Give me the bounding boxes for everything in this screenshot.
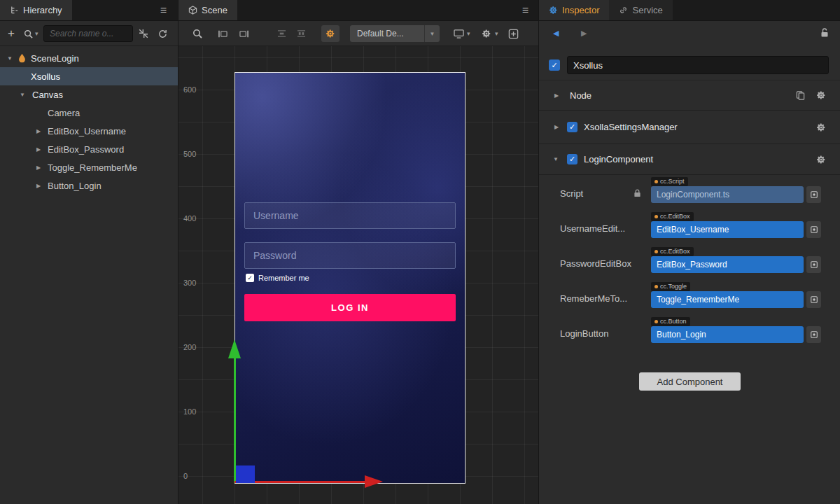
resolution-dropdown-value: Default De...: [350, 29, 424, 38]
expand-arrow-icon[interactable]: [554, 92, 559, 99]
history-forward-icon[interactable]: [581, 21, 587, 45]
gizmo-origin-handle[interactable]: [236, 465, 255, 483]
scene-settings-caret-icon[interactable]: [495, 21, 498, 46]
gizmo-y-axis[interactable]: [234, 358, 236, 483]
locate-node-button[interactable]: [806, 221, 821, 238]
ruler-label: 400: [183, 214, 196, 223]
node-name-input[interactable]: [567, 56, 829, 74]
inspector-nav-row: [539, 21, 840, 45]
badge-dot-icon: [654, 180, 658, 183]
component-name-label: XsollaSettingsManager: [584, 122, 678, 132]
node-active-checkbox[interactable]: [549, 59, 560, 71]
inspector-panel: Inspector Service Node: [539, 0, 840, 504]
zoom-tool-icon[interactable]: [192, 21, 202, 46]
hierarchy-toolbar: [0, 21, 178, 46]
locate-node-button[interactable]: [806, 326, 821, 343]
layout-grid-icon[interactable]: [508, 21, 519, 46]
component-enabled-checkbox[interactable]: [567, 154, 578, 164]
gizmo-settings-button[interactable]: [321, 25, 340, 42]
tree-node-label: Camera: [48, 108, 80, 118]
tab-service[interactable]: Service: [609, 0, 672, 20]
tab-scene[interactable]: Scene: [178, 0, 237, 20]
tree-node-editbox-username[interactable]: EditBox_Username: [0, 122, 178, 140]
node-section-header[interactable]: Node: [539, 80, 840, 111]
expand-arrow-icon[interactable]: [554, 124, 559, 130]
scene-menu-icon[interactable]: [522, 0, 528, 21]
scene-viewport[interactable]: 600 500 400 300 200 100 0 Username Passw…: [178, 46, 538, 504]
service-tab-label: Service: [632, 5, 662, 15]
tree-node-button-login[interactable]: Button_Login: [0, 176, 178, 195]
tree-node-label: SceneLogin: [31, 53, 79, 64]
property-label: PasswordEditBox: [560, 258, 644, 269]
resolution-dropdown[interactable]: Default De...: [350, 25, 440, 42]
unlock-icon[interactable]: [820, 21, 829, 45]
align-left-icon[interactable]: [218, 21, 228, 46]
expand-arrow-icon[interactable]: [20, 92, 25, 98]
collapse-all-icon[interactable]: [139, 21, 148, 46]
badge-dot-icon: [654, 250, 658, 253]
collapse-arrow-icon[interactable]: [553, 156, 559, 162]
node-copy-icon[interactable]: [796, 91, 805, 100]
component-header-logincomponent[interactable]: LoginComponent: [539, 144, 840, 175]
node-reference-field[interactable]: Button_Login: [651, 326, 804, 343]
hierarchy-menu-icon[interactable]: [160, 0, 167, 21]
component-settings-gear-icon[interactable]: [816, 122, 826, 132]
search-icon[interactable]: [24, 21, 33, 46]
preview-remember-me-toggle[interactable]: Remember me: [246, 274, 309, 282]
align-right-icon[interactable]: [239, 21, 249, 46]
create-node-button[interactable]: [6, 21, 17, 46]
expand-arrow-icon[interactable]: [36, 183, 41, 189]
node-settings-gear-icon[interactable]: [816, 90, 826, 100]
lock-icon: [634, 189, 641, 197]
node-reference-field[interactable]: EditBox_Username: [651, 221, 804, 238]
locate-node-button[interactable]: [806, 256, 821, 273]
search-filter-caret-icon[interactable]: [35, 21, 38, 46]
dropdown-caret-icon: [430, 31, 435, 37]
hierarchy-search-input[interactable]: [43, 25, 133, 42]
property-label: RemeberMeTo...: [560, 293, 644, 304]
tree-node-xsollus[interactable]: Xsollus: [0, 67, 178, 85]
distribute-horizontal-icon[interactable]: [276, 21, 287, 46]
node-reference-field[interactable]: EditBox_Password: [651, 256, 804, 273]
gizmo-x-axis-arrow[interactable]: [365, 475, 383, 488]
tree-node-canvas[interactable]: Canvas: [0, 85, 178, 104]
expand-arrow-icon[interactable]: [7, 55, 13, 62]
inspector-tab-label: Inspector: [562, 5, 599, 15]
component-type-badge: cc.Script: [651, 177, 688, 186]
script-reference-field[interactable]: LoginComponent.ts: [651, 186, 804, 203]
component-settings-gear-icon[interactable]: [816, 155, 826, 164]
expand-arrow-icon[interactable]: [36, 164, 41, 171]
tree-node-scene[interactable]: SceneLogin: [0, 49, 178, 67]
tree-node-camera[interactable]: Camera: [0, 104, 178, 122]
node-reference-field[interactable]: Toggle_RememberMe: [651, 291, 804, 308]
tree-node-toggle-rememberme[interactable]: Toggle_RememberMe: [0, 158, 178, 176]
preview-password-editbox[interactable]: Password: [244, 242, 456, 269]
preview-username-editbox[interactable]: Username: [244, 202, 456, 229]
property-label: Script: [560, 188, 644, 199]
ruler-label: 500: [183, 150, 196, 158]
expand-arrow-icon[interactable]: [36, 128, 41, 134]
locate-node-button[interactable]: [806, 291, 821, 308]
view-mode-caret-icon[interactable]: [467, 21, 470, 46]
tab-hierarchy[interactable]: Hierarchy: [0, 0, 72, 20]
gizmo-y-axis-arrow[interactable]: [228, 340, 241, 358]
scene-settings-gear-icon[interactable]: [482, 21, 491, 46]
preview-login-button[interactable]: LOG IN: [244, 294, 456, 321]
expand-arrow-icon[interactable]: [36, 146, 41, 153]
hierarchy-tree-icon: [10, 6, 19, 15]
ruler-label: 600: [183, 85, 196, 94]
view-mode-icon[interactable]: [454, 21, 464, 46]
distribute-vertical-icon[interactable]: [296, 21, 307, 46]
refresh-icon[interactable]: [158, 21, 167, 46]
component-header-xsollasettingsmanager[interactable]: XsollaSettingsManager: [539, 111, 840, 144]
game-preview-frame[interactable]: Username Password Remember me LOG IN: [234, 72, 465, 484]
ruler-label: 100: [183, 407, 196, 416]
tree-node-editbox-password[interactable]: EditBox_Password: [0, 140, 178, 158]
badge-dot-icon: [654, 320, 658, 323]
locate-asset-button[interactable]: [806, 186, 821, 203]
add-component-button[interactable]: Add Component: [639, 372, 741, 391]
tab-inspector[interactable]: Inspector: [539, 0, 609, 20]
component-enabled-checkbox[interactable]: [567, 122, 578, 132]
history-back-icon[interactable]: [553, 21, 559, 45]
scene-tab-label: Scene: [202, 5, 227, 15]
